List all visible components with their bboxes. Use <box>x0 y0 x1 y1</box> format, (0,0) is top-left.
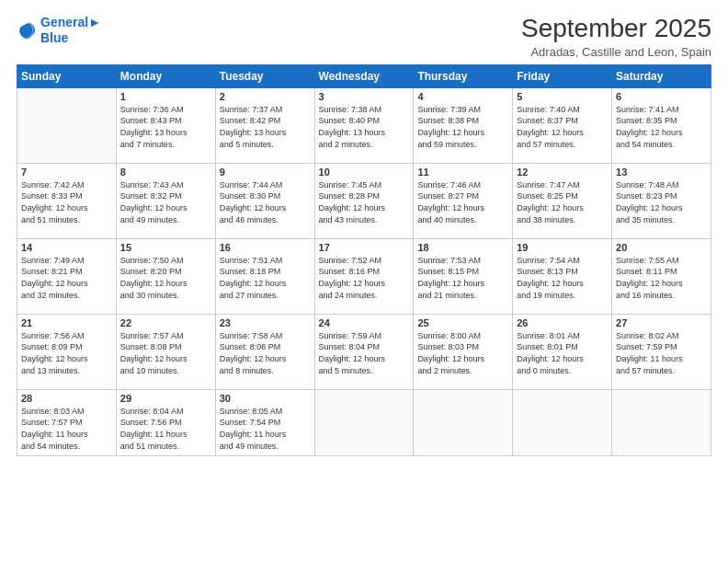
calendar-header-wednesday: Wednesday <box>314 64 414 87</box>
logo-line2: Blue <box>40 30 101 46</box>
calendar-header-thursday: Thursday <box>414 64 513 87</box>
day-number: 18 <box>417 242 508 253</box>
calendar-cell: 8Sunrise: 7:43 AM Sunset: 8:32 PM Daylig… <box>116 163 215 238</box>
calendar-week-3: 14Sunrise: 7:49 AM Sunset: 8:21 PM Dayli… <box>17 238 711 314</box>
calendar-header-monday: Monday <box>116 64 215 87</box>
day-number: 10 <box>319 167 410 178</box>
day-info: Sunrise: 7:39 AM Sunset: 8:38 PM Dayligh… <box>417 104 508 150</box>
calendar-cell: 17Sunrise: 7:52 AM Sunset: 8:16 PM Dayli… <box>314 238 414 314</box>
calendar-cell: 5Sunrise: 7:40 AM Sunset: 8:37 PM Daylig… <box>513 87 612 163</box>
day-number: 22 <box>120 317 211 328</box>
day-info: Sunrise: 8:00 AM Sunset: 8:03 PM Dayligh… <box>417 330 508 376</box>
day-info: Sunrise: 8:02 AM Sunset: 7:59 PM Dayligh… <box>616 330 707 376</box>
day-number: 24 <box>319 317 410 328</box>
day-info: Sunrise: 7:47 AM Sunset: 8:25 PM Dayligh… <box>517 179 608 225</box>
calendar-cell <box>414 389 513 455</box>
calendar-table: SundayMondayTuesdayWednesdayThursdayFrid… <box>17 64 711 456</box>
calendar-cell: 12Sunrise: 7:47 AM Sunset: 8:25 PM Dayli… <box>513 163 612 238</box>
day-number: 21 <box>21 317 112 328</box>
day-number: 27 <box>616 317 707 328</box>
day-info: Sunrise: 7:54 AM Sunset: 8:13 PM Dayligh… <box>517 255 608 301</box>
day-number: 1 <box>120 91 211 102</box>
calendar-cell: 30Sunrise: 8:05 AM Sunset: 7:54 PM Dayli… <box>215 389 314 455</box>
day-number: 29 <box>120 393 211 404</box>
calendar-cell: 14Sunrise: 7:49 AM Sunset: 8:21 PM Dayli… <box>17 238 117 314</box>
day-number: 7 <box>21 167 112 178</box>
calendar-cell: 19Sunrise: 7:54 AM Sunset: 8:13 PM Dayli… <box>513 238 612 314</box>
day-number: 28 <box>21 393 112 404</box>
calendar-cell: 26Sunrise: 8:01 AM Sunset: 8:01 PM Dayli… <box>513 314 612 389</box>
day-number: 25 <box>417 317 508 328</box>
calendar-cell: 28Sunrise: 8:03 AM Sunset: 7:57 PM Dayli… <box>17 389 117 455</box>
calendar-cell: 29Sunrise: 8:04 AM Sunset: 7:56 PM Dayli… <box>116 389 215 455</box>
calendar-cell: 6Sunrise: 7:41 AM Sunset: 8:35 PM Daylig… <box>612 87 711 163</box>
day-number: 16 <box>220 242 311 253</box>
calendar-cell: 21Sunrise: 7:56 AM Sunset: 8:09 PM Dayli… <box>17 314 117 389</box>
day-info: Sunrise: 7:55 AM Sunset: 8:11 PM Dayligh… <box>616 255 707 301</box>
day-number: 11 <box>417 167 508 178</box>
day-info: Sunrise: 7:50 AM Sunset: 8:20 PM Dayligh… <box>120 255 211 301</box>
main-title: September 2025 <box>521 15 711 43</box>
day-info: Sunrise: 7:57 AM Sunset: 8:08 PM Dayligh… <box>120 330 211 376</box>
day-info: Sunrise: 7:51 AM Sunset: 8:18 PM Dayligh… <box>220 255 311 301</box>
calendar-header-friday: Friday <box>513 64 612 87</box>
calendar-cell <box>314 389 414 455</box>
calendar-cell <box>513 389 612 455</box>
logo-line1: General <box>40 15 88 29</box>
day-number: 26 <box>517 317 608 328</box>
calendar-week-1: 1Sunrise: 7:36 AM Sunset: 8:43 PM Daylig… <box>17 87 711 163</box>
day-info: Sunrise: 8:01 AM Sunset: 8:01 PM Dayligh… <box>517 330 608 376</box>
calendar-week-5: 28Sunrise: 8:03 AM Sunset: 7:57 PM Dayli… <box>17 389 711 455</box>
page: General► Blue September 2025 Adradas, Ca… <box>0 0 728 563</box>
calendar-cell: 10Sunrise: 7:45 AM Sunset: 8:28 PM Dayli… <box>314 163 414 238</box>
calendar-week-4: 21Sunrise: 7:56 AM Sunset: 8:09 PM Dayli… <box>17 314 711 389</box>
calendar-cell: 11Sunrise: 7:46 AM Sunset: 8:27 PM Dayli… <box>414 163 513 238</box>
day-number: 3 <box>319 91 410 102</box>
day-info: Sunrise: 8:05 AM Sunset: 7:54 PM Dayligh… <box>220 406 311 452</box>
calendar-week-2: 7Sunrise: 7:42 AM Sunset: 8:33 PM Daylig… <box>17 163 711 238</box>
logo-text: General► Blue <box>40 15 101 46</box>
day-info: Sunrise: 7:44 AM Sunset: 8:30 PM Dayligh… <box>220 179 311 225</box>
header: General► Blue September 2025 Adradas, Ca… <box>17 15 711 59</box>
calendar-cell: 15Sunrise: 7:50 AM Sunset: 8:20 PM Dayli… <box>116 238 215 314</box>
day-info: Sunrise: 7:45 AM Sunset: 8:28 PM Dayligh… <box>319 179 410 225</box>
day-info: Sunrise: 7:37 AM Sunset: 8:42 PM Dayligh… <box>220 104 311 150</box>
day-info: Sunrise: 7:58 AM Sunset: 8:06 PM Dayligh… <box>220 330 311 376</box>
calendar-cell <box>17 87 117 163</box>
day-info: Sunrise: 7:49 AM Sunset: 8:21 PM Dayligh… <box>21 255 112 301</box>
calendar-cell: 13Sunrise: 7:48 AM Sunset: 8:23 PM Dayli… <box>612 163 711 238</box>
calendar-cell: 4Sunrise: 7:39 AM Sunset: 8:38 PM Daylig… <box>414 87 513 163</box>
calendar-header-tuesday: Tuesday <box>215 64 314 87</box>
calendar-cell: 22Sunrise: 7:57 AM Sunset: 8:08 PM Dayli… <box>116 314 215 389</box>
calendar-cell: 2Sunrise: 7:37 AM Sunset: 8:42 PM Daylig… <box>215 87 314 163</box>
calendar-cell <box>612 389 711 455</box>
day-number: 13 <box>616 167 707 178</box>
logo-icon <box>17 20 37 40</box>
day-info: Sunrise: 7:36 AM Sunset: 8:43 PM Dayligh… <box>120 104 211 150</box>
title-block: September 2025 Adradas, Castille and Leo… <box>521 15 711 59</box>
day-number: 15 <box>120 242 211 253</box>
day-number: 14 <box>21 242 112 253</box>
day-number: 4 <box>417 91 508 102</box>
day-info: Sunrise: 7:43 AM Sunset: 8:32 PM Dayligh… <box>120 179 211 225</box>
day-number: 20 <box>616 242 707 253</box>
calendar-cell: 1Sunrise: 7:36 AM Sunset: 8:43 PM Daylig… <box>116 87 215 163</box>
calendar-cell: 7Sunrise: 7:42 AM Sunset: 8:33 PM Daylig… <box>17 163 117 238</box>
subtitle: Adradas, Castille and Leon, Spain <box>521 45 711 59</box>
day-number: 5 <box>517 91 608 102</box>
day-info: Sunrise: 7:56 AM Sunset: 8:09 PM Dayligh… <box>21 330 112 376</box>
day-info: Sunrise: 8:03 AM Sunset: 7:57 PM Dayligh… <box>21 406 112 452</box>
day-number: 12 <box>517 167 608 178</box>
calendar-header-row: SundayMondayTuesdayWednesdayThursdayFrid… <box>17 64 711 87</box>
day-info: Sunrise: 7:53 AM Sunset: 8:15 PM Dayligh… <box>417 255 508 301</box>
logo: General► Blue <box>17 15 101 46</box>
day-number: 9 <box>220 167 311 178</box>
calendar-cell: 23Sunrise: 7:58 AM Sunset: 8:06 PM Dayli… <box>215 314 314 389</box>
calendar-cell: 16Sunrise: 7:51 AM Sunset: 8:18 PM Dayli… <box>215 238 314 314</box>
calendar-cell: 9Sunrise: 7:44 AM Sunset: 8:30 PM Daylig… <box>215 163 314 238</box>
calendar-cell: 18Sunrise: 7:53 AM Sunset: 8:15 PM Dayli… <box>414 238 513 314</box>
calendar-cell: 25Sunrise: 8:00 AM Sunset: 8:03 PM Dayli… <box>414 314 513 389</box>
day-info: Sunrise: 7:40 AM Sunset: 8:37 PM Dayligh… <box>517 104 608 150</box>
day-info: Sunrise: 7:41 AM Sunset: 8:35 PM Dayligh… <box>616 104 707 150</box>
day-number: 6 <box>616 91 707 102</box>
